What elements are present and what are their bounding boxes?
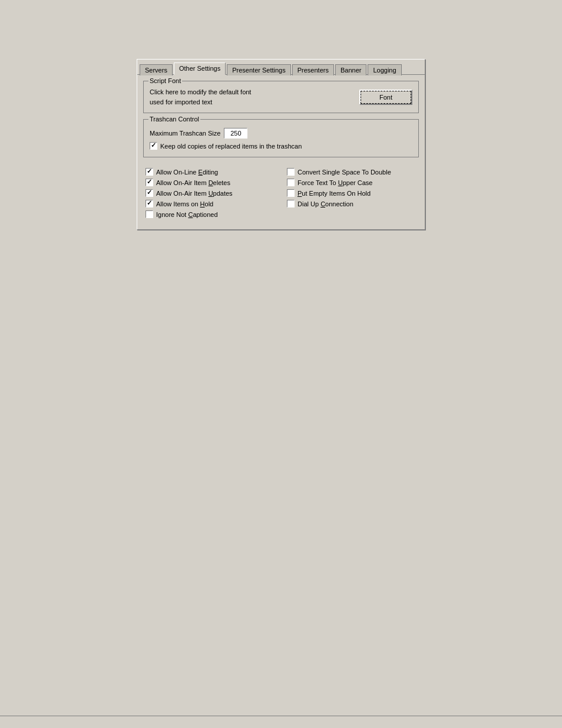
dial-up-connection-label: Dial Up Connection	[297, 200, 353, 207]
script-font-content: Click here to modify the default fontuse…	[150, 85, 412, 107]
allow-onair-updates-label: Allow On-Air Item Updates	[156, 190, 233, 197]
font-button[interactable]: Font	[359, 90, 412, 105]
options-right: Convert Single Space To Double Force Tex…	[287, 168, 416, 221]
allow-items-on-hold-label: Allow Items on Hold	[156, 200, 213, 207]
tab-presenters[interactable]: Presenters	[292, 64, 334, 75]
script-font-description: Click here to modify the default fontuse…	[150, 87, 251, 107]
script-font-label: Script Font	[148, 77, 182, 84]
options-left: Allow On-Line Editing Allow On-Air Item …	[146, 168, 275, 221]
keep-copies-label: Keep old copies of replaced items in the…	[160, 143, 302, 150]
tab-other-settings[interactable]: Other Settings	[174, 62, 226, 75]
trashcan-size-input[interactable]	[224, 128, 247, 139]
tab-presenter-settings[interactable]: Presenter Settings	[227, 64, 291, 75]
tab-logging[interactable]: Logging	[368, 64, 401, 75]
ignore-not-captioned-label: Ignore Not Captioned	[156, 211, 218, 218]
option-allow-onair-updates: Allow On-Air Item Updates	[146, 189, 275, 197]
option-allow-online-editing: Allow On-Line Editing	[146, 168, 275, 176]
max-trashcan-size-label: Maximum Trashcan Size	[150, 130, 220, 137]
allow-online-editing-checkbox[interactable]	[146, 168, 153, 176]
put-empty-on-hold-label: Put Empty Items On Hold	[297, 190, 371, 197]
dialog-container: Servers Other Settings Presenter Setting…	[137, 59, 425, 230]
trashcan-control-group: Trashcan Control Maximum Trashcan Size K…	[143, 119, 419, 157]
keep-copies-checkbox[interactable]	[150, 142, 157, 150]
put-empty-on-hold-checkbox[interactable]	[287, 189, 295, 197]
ignore-not-captioned-checkbox[interactable]	[146, 210, 153, 218]
allow-items-on-hold-checkbox[interactable]	[146, 200, 153, 207]
option-allow-items-on-hold: Allow Items on Hold	[146, 200, 275, 207]
allow-onair-deletes-label: Allow On-Air Item Deletes	[156, 179, 230, 186]
tab-banner[interactable]: Banner	[335, 64, 366, 75]
convert-single-space-checkbox[interactable]	[287, 168, 295, 176]
options-area: Allow On-Line Editing Allow On-Air Item …	[143, 163, 419, 223]
convert-single-space-label: Convert Single Space To Double	[297, 169, 391, 176]
trashcan-control-label: Trashcan Control	[148, 116, 200, 123]
allow-onair-updates-checkbox[interactable]	[146, 189, 153, 197]
allow-online-editing-label: Allow On-Line Editing	[156, 169, 218, 176]
script-font-group: Script Font Click here to modify the def…	[143, 81, 419, 113]
trashcan-content: Maximum Trashcan Size Keep old copies of…	[150, 123, 412, 150]
bottom-separator	[0, 716, 562, 716]
tabs-bar: Servers Other Settings Presenter Setting…	[137, 60, 425, 75]
option-convert-single-space: Convert Single Space To Double	[287, 168, 416, 176]
trashcan-size-row: Maximum Trashcan Size	[150, 128, 412, 139]
option-put-empty-on-hold: Put Empty Items On Hold	[287, 189, 416, 197]
dial-up-connection-checkbox[interactable]	[287, 200, 295, 207]
option-force-upper-case: Force Text To Upper Case	[287, 179, 416, 186]
tab-servers[interactable]: Servers	[140, 64, 173, 75]
tab-content: Script Font Click here to modify the def…	[137, 75, 425, 229]
force-upper-case-checkbox[interactable]	[287, 179, 295, 186]
force-upper-case-label: Force Text To Upper Case	[297, 179, 372, 186]
option-allow-onair-deletes: Allow On-Air Item Deletes	[146, 179, 275, 186]
keep-copies-row: Keep old copies of replaced items in the…	[150, 142, 412, 150]
option-ignore-not-captioned: Ignore Not Captioned	[146, 210, 275, 218]
allow-onair-deletes-checkbox[interactable]	[146, 179, 153, 186]
option-dial-up-connection: Dial Up Connection	[287, 200, 416, 207]
